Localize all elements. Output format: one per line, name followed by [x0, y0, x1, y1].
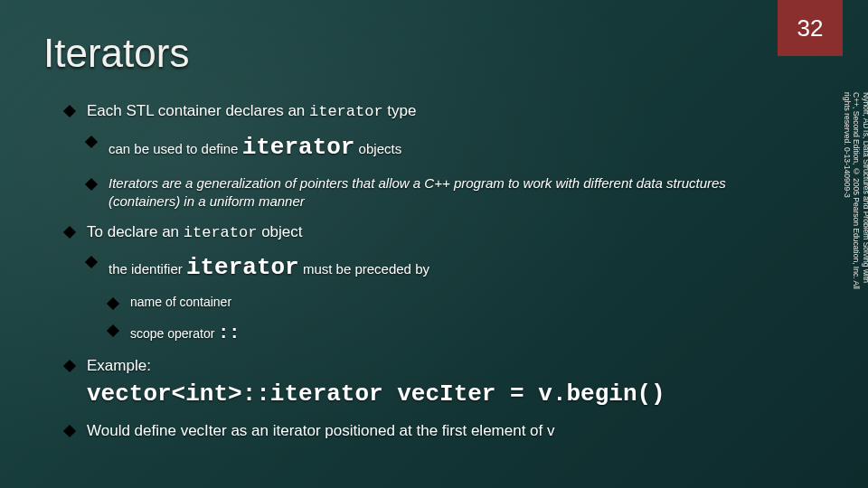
- text-fragment: must be preceded by: [299, 261, 429, 277]
- text-fragment: To declare an: [87, 223, 184, 240]
- bullet-list-level3: name of container scope operator ::: [108, 294, 760, 346]
- slide-title: Iterators: [43, 31, 189, 76]
- example-code: vector<int>::iterator vecIter = v.begin(…: [87, 379, 760, 410]
- example-label: Example:: [87, 357, 151, 374]
- bullet-identifier-preceded: the identifier iterator must be preceded…: [87, 252, 760, 345]
- bullet-example: Example: vector<int>::iterator vecIter =…: [65, 356, 760, 410]
- text-fragment: type: [383, 102, 417, 119]
- bullet-list-level2: the identifier iterator must be preceded…: [87, 252, 760, 345]
- code-scope-op: ::: [218, 323, 240, 343]
- bullet-stl-container: Each STL container declares an iterator …: [65, 101, 760, 211]
- bullet-would-define: Would define vecIter as an iterator posi…: [65, 421, 760, 442]
- slide-content: Each STL container declares an iterator …: [65, 101, 760, 466]
- bullet-name-container: name of container: [108, 294, 760, 311]
- code-iterator-big: iterator: [186, 254, 299, 281]
- bullet-list-level2: can be used to define iterator objects I…: [87, 132, 760, 211]
- code-iterator: iterator: [309, 103, 383, 120]
- copyright-sidebar: Nyhoff, ADTs, Data Structures and Proble…: [844, 92, 868, 463]
- text-fragment: objects: [354, 141, 401, 156]
- code-iterator: iterator: [184, 224, 258, 241]
- bullet-define-objects: can be used to define iterator objects: [87, 132, 760, 164]
- text-fragment: scope operator: [130, 326, 218, 341]
- copyright-text: Nyhoff, ADTs, Data Structures and Proble…: [842, 92, 868, 289]
- bullet-scope-operator: scope operator ::: [108, 321, 760, 345]
- bullet-declare-iterator: To declare an iterator object the identi…: [65, 222, 760, 346]
- bullet-list-level1: Each STL container declares an iterator …: [65, 101, 760, 442]
- text-fragment: can be used to define: [108, 141, 242, 156]
- page-number: 32: [797, 14, 824, 42]
- page-number-badge: 32: [778, 0, 843, 56]
- text-fragment: object: [257, 223, 302, 240]
- code-iterator-big: iterator: [242, 134, 355, 161]
- text-fragment: Each STL container declares an: [87, 102, 309, 119]
- bullet-generalization: Iterators are a generalization of pointe…: [87, 174, 760, 211]
- text-fragment: the identifier: [108, 261, 186, 277]
